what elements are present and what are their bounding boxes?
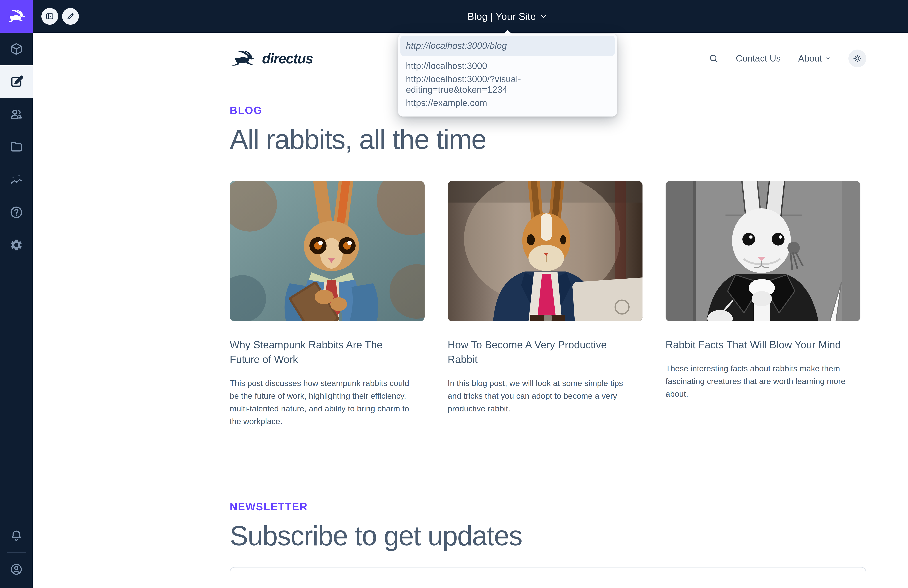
module-settings[interactable]	[0, 229, 33, 261]
post-excerpt: In this blog post, we will look at some …	[448, 377, 632, 415]
url-option-root[interactable]: http://localhost:3000	[401, 56, 615, 75]
folder-icon	[10, 140, 23, 154]
account-button[interactable]	[0, 556, 33, 583]
insights-sparkline-icon	[10, 173, 23, 186]
post-image-business-rabbit	[448, 181, 642, 321]
account-circle-icon	[10, 563, 23, 576]
url-option-blog[interactable]: http://localhost:3000/blog	[401, 35, 615, 56]
module-files[interactable]	[0, 131, 33, 163]
newsletter-title: Subscribe to get updates	[230, 520, 866, 552]
sidebar-divider	[7, 552, 26, 553]
users-icon	[10, 108, 23, 121]
url-option-example[interactable]: https://example.com	[401, 94, 615, 112]
module-help[interactable]	[0, 196, 33, 229]
newsletter-eyebrow: NEWSLETTER	[230, 501, 866, 512]
module-users[interactable]	[0, 98, 33, 131]
edit-mode-button[interactable]	[62, 8, 79, 25]
url-dropdown-menu: http://localhost:3000/blog http://localh…	[398, 34, 617, 117]
directus-app-logo[interactable]	[0, 0, 33, 33]
brand-wordmark: directus	[262, 51, 313, 66]
chevron-down-icon	[825, 55, 831, 61]
rabbit-logo-icon	[5, 10, 27, 23]
post-card-steampunk[interactable]: Why Steampunk Rabbits Are The Future of …	[230, 181, 425, 428]
about-label: About	[798, 53, 822, 64]
post-card-facts[interactable]: Rabbit Facts That Will Blow Your Mind Th…	[666, 181, 860, 428]
post-image-steampunk-rabbit	[230, 181, 425, 321]
search-button[interactable]	[709, 54, 718, 63]
post-excerpt: This post discusses how steampunk rabbit…	[230, 377, 414, 428]
post-card-productive[interactable]: How To Become A Very Productive Rabbit I…	[448, 181, 642, 428]
nav-link-about[interactable]: About	[798, 53, 831, 64]
cube-icon	[10, 42, 23, 56]
chevron-down-icon	[539, 12, 547, 20]
notifications-button[interactable]	[0, 522, 33, 549]
module-sidebar	[0, 0, 33, 588]
post-title: How To Become A Very Productive Rabbit	[448, 337, 626, 367]
page-selector[interactable]: Blog | Your Site	[468, 0, 547, 33]
directus-visual-editor-screen: Blog | Your Site 1860 × 1020 100%	[0, 0, 908, 588]
pencil-icon	[66, 12, 75, 21]
sun-icon	[853, 54, 862, 63]
blog-title: All rabbits, all the time	[230, 124, 866, 155]
site-nav: Contact Us About	[709, 50, 866, 67]
post-title: Why Steampunk Rabbits Are The Future of …	[230, 337, 408, 367]
newsletter-form: First Name *Required	[230, 567, 866, 588]
page-selector-label: Blog | Your Site	[468, 11, 536, 22]
help-icon	[10, 206, 23, 219]
rabbit-logo	[230, 50, 257, 67]
gear-icon	[10, 238, 23, 252]
module-content[interactable]	[0, 33, 33, 65]
nav-link-contact[interactable]: Contact Us	[736, 53, 781, 64]
post-image-victorian-rabbit	[666, 181, 860, 321]
sidebar-bottom-group	[0, 522, 33, 588]
module-visual-editor[interactable]	[0, 65, 33, 98]
edit-box-icon	[10, 75, 23, 88]
topbar-left-actions	[42, 0, 79, 33]
theme-toggle-button[interactable]	[848, 50, 866, 67]
site-brand-logo[interactable]: directus	[230, 50, 313, 67]
module-insights[interactable]	[0, 163, 33, 196]
post-excerpt: These interesting facts about rabbits ma…	[666, 362, 850, 400]
bell-icon	[10, 529, 23, 542]
search-icon	[709, 54, 718, 63]
app-topbar: Blog | Your Site 1860 × 1020 100%	[33, 0, 908, 33]
post-title: Rabbit Facts That Will Blow Your Mind	[666, 337, 844, 352]
url-option-visual-editing[interactable]: http://localhost:3000/?visual-editing=tr…	[401, 75, 615, 94]
post-grid: Why Steampunk Rabbits Are The Future of …	[230, 181, 866, 428]
collapse-panel-icon	[45, 12, 54, 21]
newsletter-section: NEWSLETTER Subscribe to get updates Firs…	[230, 501, 866, 588]
collapse-sidebar-button[interactable]	[42, 8, 58, 25]
